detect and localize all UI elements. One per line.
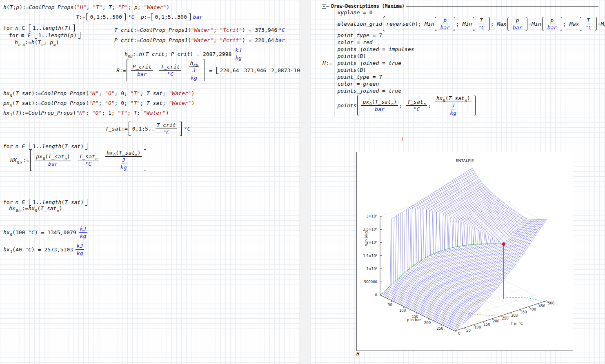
svg-text:2.5×10⁶: 2.5×10⁶ xyxy=(363,227,377,231)
area-header-draw-descriptions[interactable]: + Draw-Descriptions (Maxima) xyxy=(322,3,598,9)
formula-hx0n[interactable]: hx0n:=hx0(T_satn) xyxy=(9,205,62,211)
insert-cursor-cross xyxy=(401,137,405,141)
formula-hx0-def[interactable]: hx0(T_sat):=CoolProp_Props("H"; "Q"; 0; … xyxy=(3,90,194,96)
collapse-icon[interactable]: + xyxy=(322,4,326,9)
svg-text:3×10⁶: 3×10⁶ xyxy=(366,214,377,218)
formula-h-nm[interactable]: hn m:=h(Tn; pm) xyxy=(15,39,59,45)
header-rule-left xyxy=(326,6,329,7)
formula-for-n3[interactable]: forn ∈ 1..length(T_sat) xyxy=(3,199,88,206)
svg-text:350: 350 xyxy=(520,310,527,314)
svg-text:150: 150 xyxy=(483,322,490,326)
svg-text:ENTALPIE: ENTALPIE xyxy=(456,158,474,163)
svg-text:200: 200 xyxy=(493,319,499,323)
formula-HX0[interactable]: HX0n:=px0(T_satn)barT_satn°Chx0(T_satn)J… xyxy=(10,149,147,171)
svg-text:T in °C: T in °C xyxy=(510,322,523,326)
enthalpy-surface-plot: 5010015020025005010015020025030035040045… xyxy=(357,152,573,351)
maxima-plot-region[interactable]: 5010015020025005010015020025030035040045… xyxy=(356,152,573,351)
surface-mesh xyxy=(380,168,547,331)
svg-text:300: 300 xyxy=(511,313,518,317)
formula-for-n[interactable]: forn ∈ 1..length(T) xyxy=(3,24,76,31)
svg-text:h in J/kg: h in J/kg xyxy=(364,231,368,246)
svg-text:0: 0 xyxy=(375,293,377,297)
svg-text:0: 0 xyxy=(458,331,460,335)
plot-region-variable-tag: H xyxy=(356,351,359,357)
formula-hx0-300[interactable]: hx0(300 °C) = 1345,0079kJkg xyxy=(3,226,88,239)
formula-px0-def[interactable]: px0(T_sat):=CoolProp_Props("P"; "Q"; 0; … xyxy=(3,100,194,106)
svg-text:500000: 500000 xyxy=(364,280,377,284)
svg-text:100: 100 xyxy=(474,325,481,329)
svg-text:450: 450 xyxy=(538,304,545,308)
formula-Pcrit[interactable]: P_crit:=CoolProp_Props1("Water"; "Pcrit"… xyxy=(114,37,285,43)
formula-h-def[interactable]: h(T;p):=CoolProp_Props("H"; "T"; T; "P";… xyxy=(3,4,169,10)
header-rule-right xyxy=(406,6,598,7)
formula-B-def[interactable]: B:=P_critbarT_crit°ChKBJkg = 220,64373,9… xyxy=(116,60,307,81)
plot-title: ENTALPIE xyxy=(456,158,474,163)
worksheet-right[interactable]: + Draw-Descriptions (Maxima) 50100150200… xyxy=(310,0,605,364)
svg-text:200: 200 xyxy=(424,321,431,325)
svg-text:100: 100 xyxy=(399,309,406,313)
svg-text:50: 50 xyxy=(388,303,392,307)
svg-text:400: 400 xyxy=(529,307,536,311)
formula-p-def[interactable]: p:=0,1;5..300bar xyxy=(141,13,202,20)
worksheet-left[interactable]: h(T;p):=CoolProp_Props("H"; "T"; T; "P";… xyxy=(0,0,300,364)
formula-hKB[interactable]: hKB:=h(T_crit; P_crit) = 2087,2998kJkg xyxy=(125,47,244,61)
formula-hx1-def[interactable]: hx1(T):=CoolProp_Props("H"; "Q"; 1; "T";… xyxy=(3,110,169,116)
formula-maxima-draw-block[interactable]: H:=xyplane = 0elevation_gridreverse(h); … xyxy=(323,9,605,117)
svg-text:250: 250 xyxy=(502,316,508,320)
formula-for-m[interactable]: form ∈ 1..length(p) xyxy=(9,32,81,39)
formula-Tsat-def[interactable]: T_sat:=0,1;5..T_crit°C°C xyxy=(105,122,190,136)
formula-for-n2[interactable]: forn ∈ 1..length(T_sat) xyxy=(3,143,88,150)
pane-splitter[interactable] xyxy=(300,0,310,364)
svg-text:p in bar: p in bar xyxy=(407,318,421,322)
critical-point-marker xyxy=(502,242,505,246)
svg-text:50: 50 xyxy=(466,328,471,333)
svg-text:250: 250 xyxy=(436,326,443,331)
formula-hx1-40[interactable]: hx1(40 °C) = 2573,5103kJkg xyxy=(3,243,85,256)
svg-text:1×10⁶: 1×10⁶ xyxy=(366,267,377,271)
area-header-label: Draw-Descriptions (Maxima) xyxy=(329,3,406,9)
formula-Tcrit[interactable]: T_crit:=CoolProp_Props1("Water"; "Tcrit"… xyxy=(114,27,285,33)
formula-T-def[interactable]: T:=0,1;5..500°C xyxy=(76,13,134,20)
svg-text:1.5×10⁶: 1.5×10⁶ xyxy=(363,254,377,258)
svg-text:500: 500 xyxy=(548,301,554,305)
